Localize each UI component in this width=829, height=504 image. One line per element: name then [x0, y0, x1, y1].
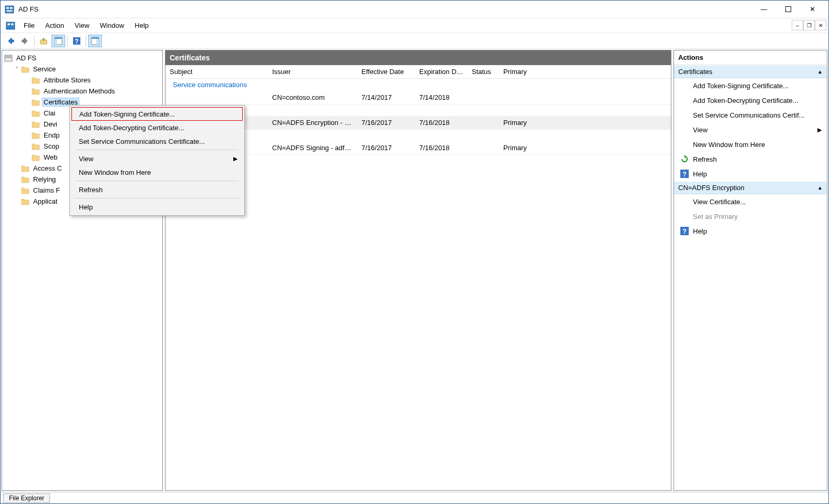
actions-section-selected-cert[interactable]: CN=ADFS Encryption ▲	[674, 182, 827, 194]
collapse-icon: ▲	[817, 185, 823, 191]
tree-root[interactable]: AD FS	[2, 52, 162, 64]
actions-section-certificates[interactable]: Certificates ▲	[674, 66, 827, 78]
tree-item-label: Attribute Stores	[42, 76, 92, 85]
svg-rect-1	[6, 7, 9, 8]
col-issuer[interactable]: Issuer	[268, 68, 357, 76]
taskbar-file-explorer[interactable]: File Explorer	[3, 494, 50, 503]
action-add-token-decrypting[interactable]: Add Token-Decrypting Certificate...	[674, 93, 827, 108]
menu-view[interactable]: View	[69, 19, 95, 32]
menu-window[interactable]: Window	[95, 19, 129, 32]
group-service-communications[interactable]: Service communications	[165, 79, 671, 91]
menu-app-icon	[6, 21, 15, 30]
tree-item[interactable]: Attribute Stores	[2, 75, 162, 86]
tree-item[interactable]: ˅Service	[2, 64, 162, 75]
tree-item-label: Scop	[42, 142, 61, 151]
svg-rect-15	[96, 39, 99, 45]
context-menu-separator	[76, 181, 239, 181]
context-menu-item[interactable]: Set Service Communications Certificate..…	[71, 134, 243, 148]
svg-rect-2	[10, 7, 13, 8]
action-set-service-comm[interactable]: Set Service Communications Certif...	[674, 108, 827, 122]
expand-icon[interactable]: ˅	[13, 66, 21, 72]
app-window: AD FS — ✕ File Action View Window Help –…	[0, 0, 829, 504]
window-title: AD FS	[18, 5, 752, 13]
action-new-window[interactable]: New Window from Here	[674, 137, 827, 152]
help-icon: ?	[680, 227, 689, 235]
help-icon: ?	[680, 170, 689, 178]
context-menu-item[interactable]: Add Token-Signing Certificate...	[71, 107, 243, 121]
svg-rect-10	[55, 39, 57, 45]
svg-rect-0	[5, 6, 14, 13]
certificate-row[interactable]: CN=contoso.com7/14/20177/14/2018	[165, 91, 671, 104]
svg-rect-5	[6, 22, 15, 29]
action-add-token-signing[interactable]: Add Token-Signing Certificate...	[674, 78, 827, 93]
svg-rect-6	[7, 23, 10, 25]
svg-rect-14	[91, 37, 99, 39]
adfs-root-icon	[4, 54, 13, 62]
action-view-certificate[interactable]: View Certificate...	[674, 194, 827, 209]
chevron-right-icon: ▶	[233, 155, 237, 162]
maximize-button[interactable]	[776, 2, 800, 17]
tree-item-label: Access C	[32, 164, 64, 173]
statusbar	[1, 492, 828, 503]
svg-rect-17	[6, 56, 8, 58]
properties-button[interactable]	[88, 35, 102, 47]
tree-item-label: Web	[42, 153, 59, 162]
col-expiration-date[interactable]: Expiration Date	[415, 68, 468, 76]
toolbar: ?	[1, 33, 828, 49]
mdi-minimize[interactable]: –	[792, 20, 803, 30]
tree-item-label: Applicat	[32, 197, 59, 206]
action-help-2[interactable]: ? Help	[674, 224, 827, 238]
actions-pane: Actions Certificates ▲ Add Token-Signing…	[673, 50, 827, 491]
svg-rect-18	[9, 56, 11, 58]
forward-button[interactable]	[18, 35, 32, 47]
tree-item-label: Devi	[42, 120, 59, 129]
svg-rect-7	[11, 23, 14, 25]
minimize-button[interactable]: —	[752, 2, 776, 17]
tree-item-label: Claims F	[32, 186, 61, 195]
svg-text:?: ?	[682, 170, 687, 178]
menu-file[interactable]: File	[18, 19, 40, 32]
action-refresh[interactable]: Refresh	[674, 152, 827, 166]
titlebar: AD FS — ✕	[1, 1, 828, 18]
help-button[interactable]: ?	[70, 35, 84, 47]
column-headers: Subject Issuer Effective Date Expiration…	[165, 65, 671, 79]
chevron-right-icon: ▶	[817, 127, 822, 133]
back-button[interactable]	[4, 35, 17, 47]
action-view[interactable]: View ▶	[674, 122, 827, 137]
tree-item-label: Service	[32, 65, 57, 74]
svg-rect-4	[785, 7, 791, 12]
context-menu-item[interactable]: New Window from Here	[71, 165, 243, 179]
menubar: File Action View Window Help – ❐ ✕	[1, 18, 828, 33]
app-icon	[5, 5, 14, 14]
action-help-1[interactable]: ? Help	[674, 166, 827, 181]
collapse-icon: ▲	[817, 69, 823, 75]
mdi-close[interactable]: ✕	[815, 20, 826, 30]
context-menu: Add Token-Signing Certificate...Add Toke…	[69, 105, 245, 216]
tree-item-label: Endp	[42, 131, 61, 140]
svg-text:?: ?	[682, 227, 687, 235]
tree-item-label: Authentication Methods	[42, 87, 117, 96]
col-subject[interactable]: Subject	[165, 68, 268, 76]
context-menu-item[interactable]: Help	[71, 200, 243, 214]
actions-title: Actions	[674, 50, 827, 65]
context-menu-item[interactable]: Refresh	[71, 183, 243, 196]
list-title: Certificates	[165, 50, 671, 65]
menu-help[interactable]: Help	[129, 19, 154, 32]
svg-rect-9	[55, 37, 62, 39]
show-hide-tree-button[interactable]	[51, 35, 65, 47]
context-menu-separator	[76, 198, 239, 198]
mdi-restore[interactable]: ❐	[803, 20, 815, 30]
tree-item-label: Clai	[42, 109, 57, 118]
action-set-as-primary: Set as Primary	[674, 209, 827, 224]
context-menu-item[interactable]: Add Token-Decrypting Certificate...	[71, 121, 243, 134]
close-button[interactable]: ✕	[800, 2, 824, 17]
up-button[interactable]	[37, 35, 50, 47]
col-effective-date[interactable]: Effective Date	[357, 68, 415, 76]
col-status[interactable]: Status	[468, 68, 499, 76]
context-menu-separator	[76, 150, 239, 150]
context-menu-item[interactable]: View▶	[71, 152, 243, 165]
tree-item[interactable]: Authentication Methods	[2, 86, 162, 97]
refresh-icon	[680, 155, 689, 163]
menu-action[interactable]: Action	[40, 19, 69, 32]
col-primary[interactable]: Primary	[499, 68, 541, 76]
